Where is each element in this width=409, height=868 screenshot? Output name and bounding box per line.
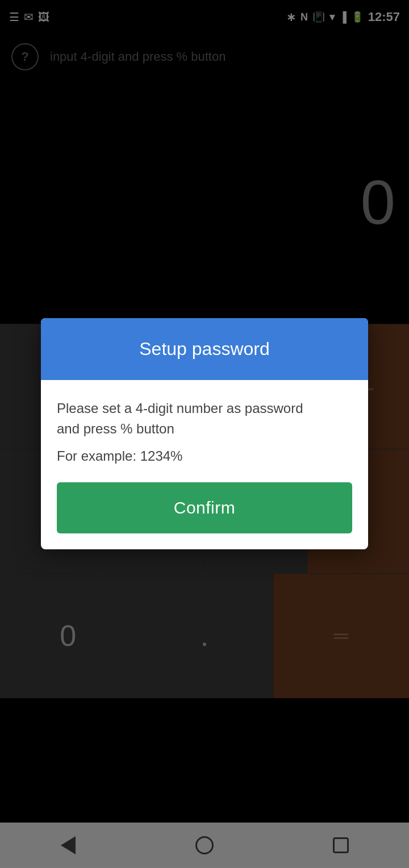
- setup-password-dialog: Setup password Please set a 4-digit numb…: [41, 318, 368, 549]
- dialog-message: Please set a 4-digit number as passworda…: [57, 398, 352, 439]
- dialog-title: Setup password: [139, 339, 269, 359]
- dialog-example: For example: 1234%: [57, 448, 352, 464]
- dialog-header: Setup password: [41, 318, 368, 380]
- confirm-button[interactable]: Confirm: [57, 482, 352, 533]
- dialog-body: Please set a 4-digit number as passworda…: [41, 380, 368, 549]
